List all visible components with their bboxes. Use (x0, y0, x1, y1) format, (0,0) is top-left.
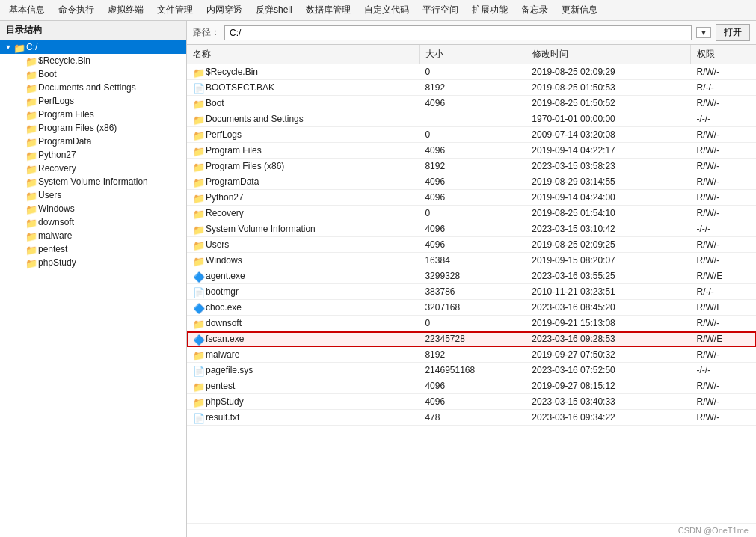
file-name: Python27 (206, 192, 244, 203)
menu-item-备忘录[interactable]: 备忘录 (515, 1, 554, 19)
file-size: 478 (419, 410, 526, 426)
file-modified: 2023-03-16 07:52:50 (526, 363, 690, 378)
tree-item[interactable]: 📁$Recycle.Bin (12, 54, 186, 67)
file-name-cell: 📁Program Files (x86) (187, 159, 419, 174)
file-perm: R/-/- (690, 80, 756, 96)
tree-item[interactable]: 📁phpStudy (12, 256, 186, 269)
file-name-cell: 📄pagefile.sys (187, 363, 419, 378)
tree-item-root[interactable]: ▼ 📁 C:/ (0, 40, 186, 54)
tree-item[interactable]: 📁PerfLogs (12, 94, 186, 108)
tree-item[interactable]: 📁Recovery (12, 162, 186, 175)
file-name: Documents and Settings (206, 114, 304, 124)
file-modified: 2023-03-16 09:28:53 (526, 331, 690, 347)
table-row[interactable]: 📁Windows163842019-09-15 08:20:07R/W/- (187, 253, 756, 268)
sidebar-title: 目录结构 (0, 21, 186, 40)
file-perm: R/W/E (690, 268, 756, 284)
main-container: 目录结构 ▼ 📁 C:/ 📁$Recycle.Bin📁Boot📁Document… (0, 21, 756, 537)
table-row[interactable]: 🔷agent.exe32993282023-03-16 03:55:25R/W/… (187, 268, 756, 284)
menu-item-数据库管理[interactable]: 数据库管理 (300, 1, 357, 19)
col-header-权限: 权限 (690, 45, 756, 64)
tree-item[interactable]: 📁Python27 (12, 148, 186, 162)
file-name-cell: 📁ProgramData (187, 174, 419, 190)
folder-icon: 📁 (25, 218, 36, 227)
table-row[interactable]: 📁PerfLogs02009-07-14 03:20:08R/W/- (187, 127, 756, 143)
menu-item-扩展功能[interactable]: 扩展功能 (466, 1, 514, 19)
table-row[interactable]: 📁System Volume Information40962023-03-15… (187, 221, 756, 237)
tree-item[interactable]: 📁malware (12, 229, 186, 242)
tree-item[interactable]: 📁Program Files (x86) (12, 121, 186, 135)
table-row[interactable]: 📁Documents and Settings1970-01-01 00:00:… (187, 111, 756, 127)
tree-item[interactable]: 📁Documents and Settings (12, 81, 186, 94)
table-row[interactable]: 📁phpStudy40962023-03-15 03:40:33R/W/- (187, 394, 756, 410)
table-row[interactable]: 🔷choc.exe32071682023-03-16 08:45:20R/W/E (187, 300, 756, 316)
file-modified: 2019-09-21 15:13:08 (526, 316, 690, 331)
tree-item[interactable]: 📁System Volume Information (12, 175, 186, 188)
tree-label: Users (38, 190, 61, 200)
open-button[interactable]: 打开 (716, 24, 750, 41)
file-modified: 2023-03-15 03:58:23 (526, 159, 690, 174)
menu-item-命令执行[interactable]: 命令执行 (52, 1, 100, 19)
file-name: ProgramData (206, 177, 259, 187)
menu-item-自定义代码[interactable]: 自定义代码 (358, 1, 415, 19)
file-perm: R/W/- (690, 143, 756, 159)
tree-item[interactable]: 📁Users (12, 188, 186, 202)
file-modified: 2023-03-16 03:55:25 (526, 268, 690, 284)
exe-icon: 🔷 (193, 334, 203, 343)
file-name-cell: 📄BOOTSECT.BAK (187, 80, 419, 96)
folder-icon: 📁 (193, 224, 203, 233)
table-row[interactable]: 📄pagefile.sys21469511682023-03-16 07:52:… (187, 363, 756, 378)
menu-item-平行空间[interactable]: 平行空间 (417, 1, 464, 19)
file-perm: R/W/- (690, 64, 756, 80)
table-row[interactable]: 📁Program Files (x86)81922023-03-15 03:58… (187, 159, 756, 174)
folder-icon: 📁 (193, 397, 203, 406)
folder-icon: 📁 (193, 193, 203, 202)
table-row[interactable]: 📁$Recycle.Bin02019-08-25 02:09:29R/W/- (187, 64, 756, 80)
col-header-名称: 名称 (187, 45, 419, 64)
menu-item-基本信息[interactable]: 基本信息 (3, 1, 51, 19)
table-row[interactable]: 📁Recovery02019-08-25 01:54:10R/W/- (187, 206, 756, 221)
path-dropdown[interactable]: ▼ (696, 27, 711, 38)
menu-item-虚拟终端[interactable]: 虚拟终端 (102, 1, 150, 19)
tree-item[interactable]: 📁Windows (12, 202, 186, 215)
tree-item[interactable]: 📁ProgramData (12, 135, 186, 148)
tree-item[interactable]: 📁Program Files (12, 108, 186, 121)
menu-item-反弹shell[interactable]: 反弹shell (250, 1, 298, 19)
table-row[interactable]: 📁Boot40962019-08-25 01:50:52R/W/- (187, 96, 756, 111)
file-modified: 2019-09-14 04:24:00 (526, 190, 690, 206)
file-name-cell: 📄bootmgr (187, 284, 419, 300)
file-modified: 2019-09-14 04:22:17 (526, 143, 690, 159)
table-row[interactable]: 📄bootmgr3837862010-11-21 03:23:51R/-/- (187, 284, 756, 300)
table-row[interactable]: 🔷fscan.exe223457282023-03-16 09:28:53R/W… (187, 331, 756, 347)
tree-item[interactable]: 📁pentest (12, 242, 186, 256)
file-name: Boot (206, 98, 224, 108)
table-row[interactable]: 📄result.txt4782023-03-16 09:34:22R/W/- (187, 410, 756, 426)
file-name: choc.exe (206, 302, 242, 313)
folder-icon: 📁 (25, 177, 36, 186)
folder-icon: 📁 (193, 381, 203, 390)
table-row[interactable]: 📁pentest40962019-09-27 08:15:12R/W/- (187, 378, 756, 394)
table-row[interactable]: 📁downsoft02019-09-21 15:13:08R/W/- (187, 316, 756, 331)
table-body: 📁$Recycle.Bin02019-08-25 02:09:29R/W/-📄B… (187, 64, 756, 426)
tree-item[interactable]: 📁downsoft (12, 215, 186, 229)
folder-icon: 📁 (193, 350, 203, 359)
table-row[interactable]: 📁malware81922019-09-27 07:50:32R/W/- (187, 347, 756, 363)
file-perm: R/W/- (690, 190, 756, 206)
table-row[interactable]: 📁ProgramData40962019-08-29 03:14:55R/W/- (187, 174, 756, 190)
path-input[interactable] (224, 25, 692, 40)
col-header-修改时间: 修改时间 (526, 45, 690, 64)
file-modified: 2019-08-25 01:50:52 (526, 96, 690, 111)
table-row[interactable]: 📄BOOTSECT.BAK81922019-08-25 01:50:53R/-/… (187, 80, 756, 96)
table-row[interactable]: 📁Python2740962019-09-14 04:24:00R/W/- (187, 190, 756, 206)
tree-item[interactable]: 📁Boot (12, 67, 186, 81)
folder-icon: 📁 (193, 162, 203, 171)
file-name-cell: 📁System Volume Information (187, 221, 419, 237)
exe-icon: 🔷 (193, 303, 203, 312)
menu-item-文件管理[interactable]: 文件管理 (151, 1, 199, 19)
table-row[interactable]: 📁Program Files40962019-09-14 04:22:17R/W… (187, 143, 756, 159)
table-row[interactable]: 📁Users40962019-08-25 02:09:25R/W/- (187, 237, 756, 253)
file-name: result.txt (206, 412, 239, 423)
file-name-cell: 📁malware (187, 347, 419, 363)
menu-item-更新信息[interactable]: 更新信息 (556, 1, 603, 19)
menu-item-内网穿透[interactable]: 内网穿透 (200, 1, 248, 19)
tree-label: pentest (38, 244, 67, 254)
